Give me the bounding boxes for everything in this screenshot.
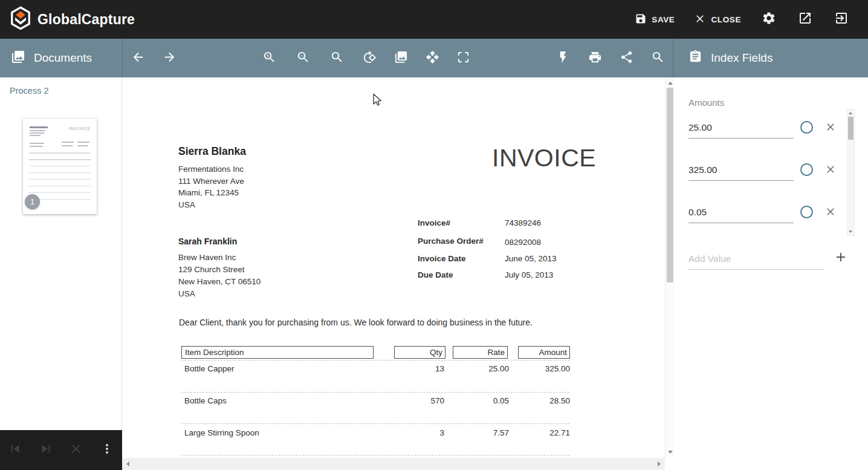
more-options-button[interactable] bbox=[95, 438, 119, 462]
amounts-scroll-up-arrow[interactable] bbox=[849, 112, 852, 114]
delete-value-button[interactable] bbox=[823, 163, 838, 178]
sidebar-bottom-bar bbox=[0, 430, 122, 470]
images-icon bbox=[394, 50, 408, 67]
workflow-button[interactable] bbox=[551, 48, 575, 68]
locate-value-button[interactable] bbox=[800, 163, 813, 176]
add-value-button[interactable] bbox=[832, 250, 849, 267]
fullscreen-icon bbox=[456, 50, 470, 67]
close-label: CLOSE bbox=[711, 15, 741, 24]
delete-value-button[interactable] bbox=[823, 206, 838, 220]
save-button[interactable]: SAVE bbox=[627, 8, 682, 31]
zoom-out-button[interactable] bbox=[291, 48, 315, 68]
arrow-forward-icon bbox=[163, 50, 177, 67]
scroll-down-arrow[interactable] bbox=[668, 451, 673, 454]
meta-value: June 05, 2013 bbox=[505, 254, 557, 263]
clipboard-icon bbox=[688, 50, 702, 67]
thumb-line bbox=[62, 142, 74, 143]
topbar-actions: SAVE CLOSE bbox=[627, 6, 868, 33]
fullscreen-button[interactable] bbox=[451, 48, 475, 68]
meta-value: 08292008 bbox=[505, 238, 541, 247]
index-fields-panel: Amounts bbox=[674, 77, 868, 470]
scroll-up-arrow[interactable] bbox=[668, 82, 673, 85]
add-value-input[interactable] bbox=[688, 251, 824, 270]
cell-qty: 570 bbox=[384, 396, 444, 405]
meta-value: 74389246 bbox=[505, 218, 541, 227]
document-search-button[interactable] bbox=[646, 48, 670, 68]
invoice-greeting: Dear Client, thank you for purchasing fr… bbox=[179, 318, 533, 327]
thumb-line bbox=[30, 143, 44, 144]
next-page-button[interactable] bbox=[157, 48, 181, 68]
first-document-button[interactable] bbox=[3, 438, 27, 462]
close-button[interactable]: CLOSE bbox=[687, 8, 748, 31]
open-in-new-icon bbox=[798, 11, 812, 28]
document-viewport[interactable]: Sierra Blanka Fermentations Inc 111 Wher… bbox=[122, 77, 665, 458]
invoice-table: Item Description Qty Rate Amount Bottle … bbox=[181, 346, 570, 458]
sign-out-button[interactable] bbox=[826, 6, 857, 33]
amount-input-1[interactable] bbox=[688, 120, 794, 139]
document-horizontal-scrollbar[interactable] bbox=[122, 458, 665, 470]
cell-rate: 25.00 bbox=[449, 364, 509, 373]
toolbar-divider-right bbox=[673, 39, 673, 77]
thumb-line bbox=[77, 145, 88, 146]
settings-button[interactable] bbox=[753, 6, 785, 33]
cell-qty: 13 bbox=[384, 364, 444, 373]
share-button[interactable] bbox=[614, 48, 638, 68]
index-field-row bbox=[674, 120, 868, 146]
scroll-right-arrow[interactable] bbox=[658, 462, 661, 466]
table-row: Large Stirring Spoon 3 7.57 22.71 bbox=[181, 428, 570, 439]
thumb-line bbox=[62, 145, 73, 146]
table-row: Bottle Caps 570 0.05 28.50 bbox=[181, 396, 570, 407]
meta-label: Purchase Order# bbox=[418, 237, 484, 246]
index-fields-label: Index Fields bbox=[711, 51, 772, 65]
scroll-left-arrow[interactable] bbox=[126, 462, 129, 466]
cell-description: Bottle Caps bbox=[184, 396, 227, 405]
amounts-scroll-down-arrow[interactable] bbox=[849, 230, 852, 233]
open-in-new-button[interactable] bbox=[789, 6, 821, 33]
cell-qty: 3 bbox=[384, 428, 444, 437]
row-divider bbox=[181, 392, 570, 393]
images-button[interactable] bbox=[389, 48, 413, 68]
process-label: Process 2 bbox=[10, 86, 48, 96]
thumb-line bbox=[30, 126, 48, 128]
amount-input-3[interactable] bbox=[688, 204, 794, 223]
page-container: GlobalCapture SAVE CLOSE bbox=[0, 0, 868, 470]
vertical-scroll-thumb[interactable] bbox=[667, 88, 673, 282]
document-vertical-scrollbar[interactable] bbox=[665, 77, 674, 458]
delete-x-icon bbox=[824, 206, 837, 220]
bill-to-block: Sarah Franklin Brew Haven Inc 129 Church… bbox=[178, 237, 261, 300]
cell-description: Bottle Capper bbox=[184, 364, 235, 373]
index-fields-header: Index Fields bbox=[688, 39, 772, 77]
thumb-invoice-title: INVOICE bbox=[69, 126, 91, 131]
billto-address1: 129 Church Street bbox=[178, 264, 261, 276]
documents-label: Documents bbox=[34, 51, 92, 65]
locate-value-button[interactable] bbox=[800, 121, 813, 134]
rotate-button[interactable] bbox=[357, 48, 381, 68]
arrow-back-icon bbox=[131, 50, 145, 67]
zoom-search-button[interactable] bbox=[325, 48, 349, 68]
previous-page-button[interactable] bbox=[126, 48, 150, 68]
locate-value-button[interactable] bbox=[800, 206, 813, 218]
thumb-line bbox=[77, 142, 89, 143]
column-header-qty: Qty bbox=[394, 346, 445, 359]
billto-name: Sarah Franklin bbox=[178, 237, 261, 246]
rotate-icon bbox=[363, 50, 377, 67]
amounts-scrollbar[interactable] bbox=[847, 109, 855, 236]
thumb-line bbox=[30, 130, 45, 131]
delete-value-button[interactable] bbox=[823, 121, 838, 135]
vendor-block: Sierra Blanka Fermentations Inc 111 Wher… bbox=[178, 145, 246, 211]
zoom-in-button[interactable] bbox=[257, 48, 281, 68]
cell-amount: 22.71 bbox=[510, 428, 570, 437]
column-header-description: Item Description bbox=[181, 346, 374, 359]
remove-document-button[interactable] bbox=[64, 438, 88, 462]
index-field-row bbox=[674, 204, 868, 231]
amount-input-2[interactable] bbox=[688, 162, 794, 181]
print-button[interactable] bbox=[583, 48, 607, 68]
thumb-line bbox=[30, 135, 40, 136]
settings-icon bbox=[762, 11, 776, 28]
amounts-scroll-thumb[interactable] bbox=[848, 117, 853, 140]
pan-button[interactable] bbox=[420, 48, 444, 68]
next-document-button[interactable] bbox=[34, 438, 58, 462]
page-thumbnail[interactable]: INVOICE 1 bbox=[23, 119, 97, 214]
invoice-title: INVOICE bbox=[492, 144, 596, 172]
billto-country: USA bbox=[178, 288, 261, 300]
